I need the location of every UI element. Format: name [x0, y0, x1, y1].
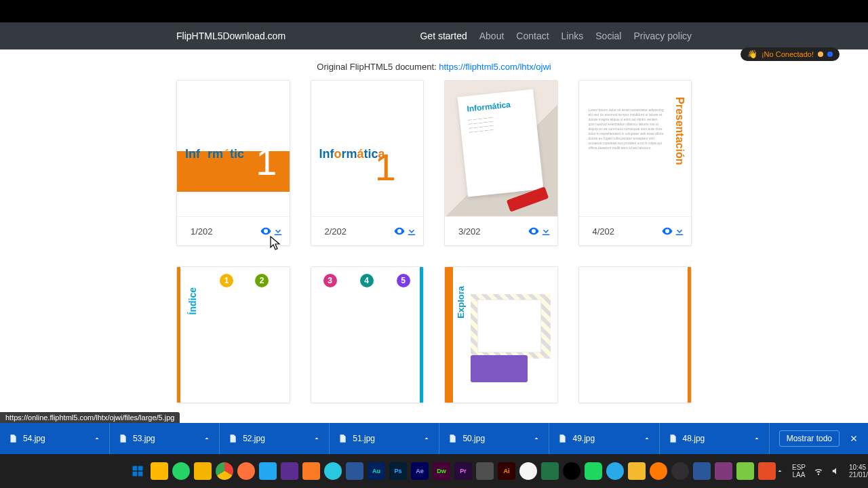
view-icon[interactable]	[393, 225, 406, 237]
card-footer: 1/202	[177, 216, 290, 245]
nav-about[interactable]: About	[479, 30, 505, 41]
nav-get-started[interactable]: Get started	[420, 30, 467, 41]
audition-icon[interactable]: Au	[368, 462, 385, 480]
view-icon[interactable]	[528, 225, 540, 237]
orig-link[interactable]: https://fliphtml5.com/lhtx/ojwi	[439, 62, 551, 72]
github-icon[interactable]	[519, 462, 537, 480]
download-icon[interactable]	[406, 225, 418, 237]
excel-icon[interactable]	[541, 462, 559, 480]
thumb-7[interactable]: Explora 🔒	[445, 267, 557, 403]
nav-contact[interactable]: Contact	[516, 30, 549, 41]
thumb-6[interactable]: 3 4 5 🔒	[311, 267, 424, 403]
obs-icon[interactable]	[671, 462, 689, 480]
spotify-icon[interactable]	[585, 462, 602, 480]
thumb-3[interactable]: Informática— — — — —— — — — —— — — — —— …	[445, 81, 557, 216]
file-icon	[448, 434, 457, 443]
thumb1-title: Informática	[185, 147, 251, 161]
thumb-1[interactable]: Informática	[177, 81, 290, 216]
word-icon[interactable]	[346, 462, 363, 480]
stack-icon[interactable]	[194, 462, 212, 480]
visualstudio-icon[interactable]	[281, 462, 298, 480]
bloque-4-icon: 4	[360, 274, 374, 287]
chevron-up-icon[interactable]	[532, 434, 540, 443]
download-item[interactable]: 50.jpg	[439, 423, 549, 454]
download-item[interactable]: 52.jpg	[220, 423, 330, 454]
avast-icon[interactable]	[650, 462, 667, 480]
taskbar-tray: ESP LAA 10:45 a. m. 21/01/2023	[776, 464, 868, 479]
download-item[interactable]: 51.jpg	[330, 423, 439, 454]
photoshop-icon[interactable]: Ps	[389, 462, 407, 480]
edge-icon[interactable]	[324, 462, 342, 480]
thumb7-block	[471, 355, 528, 382]
nav-links: Get started About Contact Links Social P…	[420, 30, 692, 41]
xampp-icon[interactable]	[302, 462, 320, 480]
chevron-up-icon[interactable]	[422, 434, 431, 443]
camtasia-icon[interactable]	[758, 462, 776, 480]
binance-icon[interactable]	[628, 462, 646, 480]
thumb-2[interactable]: Informática	[311, 81, 424, 216]
word2-icon[interactable]	[693, 462, 711, 480]
page-card-8: 🔒	[578, 266, 692, 403]
vscode-icon[interactable]	[259, 462, 277, 480]
download-icon[interactable]	[673, 225, 686, 237]
bloque-5-icon: 5	[397, 274, 410, 287]
bloque-3-icon: 3	[323, 274, 337, 287]
page-card-7: Explora 🔒	[444, 266, 558, 403]
view-icon[interactable]	[260, 225, 272, 237]
terminal-icon[interactable]	[476, 462, 494, 480]
volume-icon[interactable]	[831, 466, 841, 476]
language-indicator[interactable]: ESP LAA	[792, 464, 806, 479]
download-filename: 52.jpg	[243, 434, 265, 443]
app2-icon[interactable]	[736, 462, 754, 480]
thumb-4[interactable]: Presentación Lorem ipsum dolor sit amet …	[579, 81, 692, 216]
app-icon[interactable]	[563, 462, 580, 480]
onenote-icon[interactable]	[715, 462, 732, 480]
lang-bottom: LAA	[792, 471, 806, 479]
chevron-up-icon[interactable]	[643, 434, 651, 443]
main-navbar: FlipHTML5Download.com Get started About …	[0, 22, 868, 49]
chevron-up-icon[interactable]	[203, 434, 211, 443]
thumb-8[interactable]: 🔒	[579, 267, 692, 403]
wifi-icon[interactable]	[814, 466, 823, 476]
page-card-1: Informática 1/202	[176, 80, 290, 246]
firefox-icon[interactable]	[237, 462, 255, 480]
whatsapp-icon[interactable]	[172, 462, 190, 480]
download-item[interactable]: 53.jpg	[110, 423, 220, 454]
download-icon[interactable]	[272, 225, 284, 237]
chevron-up-icon[interactable]	[313, 434, 321, 443]
premiere-icon[interactable]: Pr	[454, 462, 472, 480]
explorer-icon[interactable]	[151, 462, 168, 480]
card-footer: 3/202	[445, 216, 557, 245]
chevron-up-icon[interactable]	[93, 434, 101, 443]
download-item[interactable]: 54.jpg	[0, 423, 110, 454]
thumb4-title: Presentación	[673, 97, 686, 165]
file-icon	[668, 434, 677, 443]
chevron-up-icon[interactable]	[776, 467, 784, 475]
site-brand[interactable]: FlipHTML5Download.com	[176, 30, 285, 41]
original-document-line: Original FlipHTML5 document: https://fli…	[176, 62, 692, 72]
view-icon[interactable]	[661, 225, 673, 237]
start-icon[interactable]	[129, 462, 146, 480]
clock[interactable]: 10:45 a. m. 21/01/2023	[849, 464, 868, 479]
download-item[interactable]: 49.jpg	[549, 423, 659, 454]
page-card-4: Presentación Lorem ipsum dolor sit amet …	[578, 80, 692, 246]
chrome-icon[interactable]	[216, 462, 233, 480]
download-filename: 54.jpg	[23, 434, 45, 443]
download-item[interactable]: 48.jpg	[660, 423, 770, 454]
connection-badge[interactable]: 👋 ¡No Conectado!	[741, 47, 840, 61]
nav-links-item[interactable]: Links	[561, 30, 584, 41]
nav-social[interactable]: Social	[595, 30, 621, 41]
download-filename: 53.jpg	[133, 434, 155, 443]
chevron-up-icon[interactable]	[753, 434, 761, 443]
telegram-icon[interactable]	[606, 462, 624, 480]
aftereffects-icon[interactable]: Ae	[411, 462, 429, 480]
download-filename: 48.jpg	[683, 434, 705, 443]
thumb-5[interactable]: Índice 1 2 🔒	[177, 267, 290, 403]
show-all-button[interactable]: Mostrar todo	[779, 430, 840, 447]
page-number: 3/202	[450, 226, 528, 237]
dreamweaver-icon[interactable]: Dw	[433, 462, 450, 480]
illustrator-icon[interactable]: Ai	[498, 462, 515, 480]
close-icon[interactable]	[849, 434, 859, 443]
download-icon[interactable]	[540, 225, 552, 237]
nav-privacy[interactable]: Privacy policy	[633, 30, 692, 41]
